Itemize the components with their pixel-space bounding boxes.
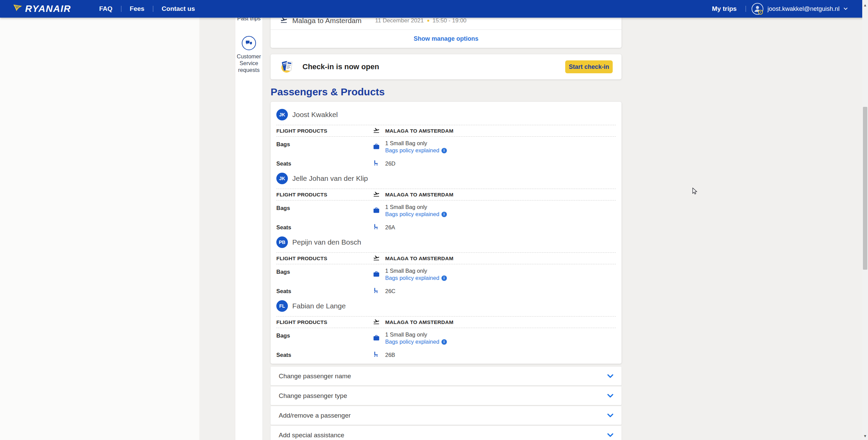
bags-label: Bags	[276, 269, 373, 275]
info-icon[interactable]: i	[441, 148, 447, 153]
trips-list-panel	[0, 18, 199, 440]
bag-icon	[373, 207, 385, 215]
ryanair-logo[interactable]: RYANAIR	[13, 3, 71, 14]
user-avatar-icon	[751, 3, 764, 15]
bags-label: Bags	[276, 205, 373, 211]
mouse-cursor	[692, 188, 698, 195]
accordion-label: Change passenger type	[279, 392, 347, 400]
avatar: PB	[276, 236, 288, 248]
bags-policy-link[interactable]: Bags policy explained i	[385, 338, 447, 345]
scrollbar-up-arrow[interactable]: ▲	[862, 2, 868, 8]
bags-value: 1 Small Bag only	[385, 331, 427, 338]
nav-link-faq[interactable]: FAQ	[91, 5, 121, 13]
my-trips-link[interactable]: My trips	[712, 5, 740, 13]
chevron-down-icon	[607, 433, 613, 437]
bag-icon	[373, 271, 385, 279]
avatar: JK	[276, 109, 288, 120]
trip-route: Malaga to Amsterdam	[292, 17, 361, 25]
bags-value: 1 Small Bag only	[385, 268, 427, 274]
divider	[746, 6, 746, 12]
bag-icon	[373, 143, 385, 151]
accordion-label: Change passenger name	[279, 372, 351, 380]
trip-date: 11 December 2021	[375, 17, 423, 24]
chevron-down-icon	[607, 374, 613, 378]
info-icon[interactable]: i	[441, 339, 447, 345]
accordion-row[interactable]: Change passenger name	[271, 367, 622, 385]
plane-landing-icon	[373, 254, 385, 263]
avatar: FL	[276, 300, 288, 312]
plane-landing-icon	[373, 318, 385, 326]
dot-separator	[427, 20, 429, 22]
flight-products-header: FLIGHT PRODUCTS	[276, 255, 373, 262]
top-navbar: RYANAIR FAQ Fees Contact us My trips joo…	[0, 0, 868, 18]
seat-icon	[373, 351, 385, 359]
accordion-label: Add special assistance	[279, 432, 344, 439]
seats-label: Seats	[276, 352, 373, 358]
passenger-block: JK Joost Kwakkel FLIGHT PRODUCTS MALAGA …	[276, 104, 616, 168]
chevron-down-icon	[607, 414, 613, 418]
page-title: Passengers & Products	[271, 86, 385, 98]
chat-bubbles-icon	[242, 36, 256, 50]
account-menu[interactable]: joost.kwakkel@netguish.nl	[751, 3, 848, 15]
checkin-card: Check-in is now open Start check-in	[271, 54, 622, 79]
chevron-down-icon	[844, 7, 848, 10]
brand-name: RYANAIR	[25, 3, 71, 14]
seat-icon	[373, 160, 385, 167]
route-header: MALAGA TO AMSTERDAM	[385, 255, 616, 262]
bags-policy-link[interactable]: Bags policy explained i	[385, 211, 447, 218]
seat-value: 26B	[385, 352, 616, 358]
passenger-name: Jelle Johan van der Klip	[292, 174, 368, 183]
sidebar: Past trips Customer Service requests	[235, 0, 263, 440]
bag-icon	[373, 334, 385, 343]
trip-times: 15:50 - 19:00	[433, 17, 467, 24]
seat-value: 26C	[385, 288, 616, 294]
accordion-row[interactable]: Add/remove a passenger	[271, 406, 622, 425]
passenger-block: FL Fabian de Lange FLIGHT PRODUCTS MALAG…	[276, 296, 616, 360]
info-icon[interactable]: i	[441, 275, 447, 281]
route-header: MALAGA TO AMSTERDAM	[385, 319, 616, 325]
passenger-name: Joost Kwakkel	[292, 111, 338, 119]
seat-icon	[373, 224, 385, 231]
accordion-row[interactable]: Change passenger type	[271, 386, 622, 405]
nav-link-contact-us[interactable]: Contact us	[153, 5, 203, 13]
bags-policy-link[interactable]: Bags policy explained i	[385, 147, 447, 154]
accordion-row[interactable]: Add special assistance	[271, 426, 622, 440]
sidebar-item-label: Customer Service requests	[237, 53, 261, 73]
seats-label: Seats	[276, 288, 373, 294]
nav-links: FAQ Fees Contact us	[91, 5, 203, 13]
bags-value: 1 Small Bag only	[385, 204, 427, 210]
checkin-status-text: Check-in is now open	[302, 62, 379, 71]
info-icon[interactable]: i	[441, 212, 447, 217]
flight-products-header: FLIGHT PRODUCTS	[276, 319, 373, 325]
plane-landing-icon	[373, 191, 385, 199]
nav-link-fees[interactable]: Fees	[121, 5, 153, 13]
start-checkin-button[interactable]: Start check-in	[565, 60, 613, 73]
scrollbar-down-arrow[interactable]: ▼	[862, 433, 868, 439]
flight-products-header: FLIGHT PRODUCTS	[276, 192, 373, 198]
passenger-block: PB Pepijn van den Bosch FLIGHT PRODUCTS …	[276, 232, 616, 296]
page-scrollbar[interactable]: ▲ ▼	[862, 0, 868, 440]
flight-products-header: FLIGHT PRODUCTS	[276, 128, 373, 134]
sidebar-item-customer-service[interactable]: Customer Service requests	[235, 36, 262, 73]
seats-label: Seats	[276, 224, 373, 231]
route-header: MALAGA TO AMSTERDAM	[385, 192, 616, 198]
account-email: joost.kwakkel@netguish.nl	[768, 5, 840, 13]
chevron-down-icon	[607, 394, 613, 398]
bags-label: Bags	[276, 332, 373, 339]
bags-label: Bags	[276, 141, 373, 148]
seat-value: 26A	[385, 224, 616, 231]
manage-accordions: Change passenger name Change passenger t…	[271, 367, 622, 440]
ryanair-harp-icon	[13, 4, 23, 14]
passenger-name: Pepijn van den Bosch	[292, 238, 361, 246]
boarding-pass-icon	[279, 58, 295, 75]
seats-label: Seats	[276, 160, 373, 167]
bags-value: 1 Small Bag only	[385, 140, 427, 146]
main-content: Malaga to Amsterdam 11 December 2021 15:…	[271, 0, 622, 440]
passenger-block: JK Jelle Johan van der Klip FLIGHT PRODU…	[276, 168, 616, 232]
scrollbar-thumb[interactable]	[863, 107, 867, 270]
plane-landing-icon	[373, 127, 385, 135]
show-manage-options-link[interactable]: Show manage options	[414, 35, 478, 42]
route-header: MALAGA TO AMSTERDAM	[385, 128, 616, 134]
avatar: JK	[276, 173, 288, 184]
bags-policy-link[interactable]: Bags policy explained i	[385, 274, 447, 282]
